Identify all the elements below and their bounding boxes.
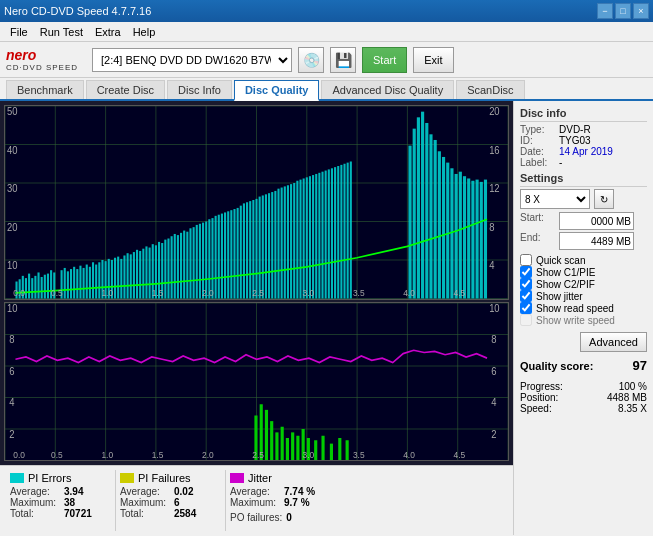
svg-rect-134 bbox=[408, 146, 411, 299]
svg-text:2.0: 2.0 bbox=[202, 288, 214, 298]
svg-rect-117 bbox=[299, 180, 301, 299]
menu-help[interactable]: Help bbox=[127, 24, 162, 40]
svg-rect-38 bbox=[47, 274, 49, 299]
svg-text:0.5: 0.5 bbox=[51, 288, 63, 298]
pi-errors-average-label: Average: bbox=[10, 486, 60, 497]
svg-rect-202 bbox=[314, 440, 317, 460]
drive-select[interactable]: [2:4] BENQ DVD DD DW1620 B7W9 bbox=[92, 48, 292, 72]
end-label: End: bbox=[520, 232, 555, 250]
svg-rect-113 bbox=[287, 185, 289, 298]
svg-rect-145 bbox=[455, 174, 458, 299]
svg-rect-61 bbox=[123, 255, 125, 298]
logo-top: nero bbox=[6, 47, 36, 63]
menu-file[interactable]: File bbox=[4, 24, 34, 40]
show-jitter-checkbox[interactable] bbox=[520, 290, 532, 302]
svg-rect-97 bbox=[237, 208, 239, 299]
jitter-color bbox=[230, 473, 244, 483]
tab-advanced-disc-quality[interactable]: Advanced Disc Quality bbox=[321, 80, 454, 99]
svg-rect-31 bbox=[25, 278, 27, 298]
end-input[interactable] bbox=[559, 232, 634, 250]
nero-logo: nero CD·DVD SPEED bbox=[6, 47, 78, 72]
svg-rect-199 bbox=[296, 435, 299, 460]
svg-rect-114 bbox=[290, 184, 292, 298]
svg-rect-119 bbox=[306, 177, 308, 298]
svg-rect-118 bbox=[303, 178, 305, 298]
show-read-speed-label: Show read speed bbox=[536, 303, 614, 314]
save-icon-button[interactable]: 💾 bbox=[330, 47, 356, 73]
title-bar-text: Nero CD-DVD Speed 4.7.7.16 bbox=[4, 5, 151, 17]
svg-rect-80 bbox=[183, 231, 185, 299]
disc-type-row: Type: DVD-R bbox=[520, 124, 647, 135]
svg-rect-99 bbox=[243, 203, 245, 298]
svg-rect-81 bbox=[186, 232, 188, 299]
close-button[interactable]: × bbox=[633, 3, 649, 19]
svg-text:10: 10 bbox=[489, 303, 500, 314]
quick-scan-checkbox[interactable] bbox=[520, 254, 532, 266]
svg-rect-78 bbox=[177, 235, 179, 298]
show-c2pif-checkbox[interactable] bbox=[520, 278, 532, 290]
menu-run-test[interactable]: Run Test bbox=[34, 24, 89, 40]
pi-errors-max-value: 38 bbox=[64, 497, 75, 508]
start-input[interactable] bbox=[559, 212, 634, 230]
jitter-average-label: Average: bbox=[230, 486, 280, 497]
disc-id-row: ID: TYG03 bbox=[520, 135, 647, 146]
jitter-average-value: 7.74 % bbox=[284, 486, 315, 497]
svg-text:6: 6 bbox=[9, 365, 14, 376]
svg-text:12: 12 bbox=[489, 183, 499, 194]
title-bar: Nero CD-DVD Speed 4.7.7.16 − □ × bbox=[0, 0, 653, 22]
svg-rect-63 bbox=[130, 254, 132, 298]
svg-rect-152 bbox=[484, 180, 487, 299]
svg-text:4.5: 4.5 bbox=[454, 288, 466, 298]
jitter-max-row: Maximum: 9.7 % bbox=[230, 497, 324, 508]
speed-row: Speed: 8.35 X bbox=[520, 403, 647, 414]
speed-label: Speed: bbox=[520, 403, 552, 414]
tab-create-disc[interactable]: Create Disc bbox=[86, 80, 165, 99]
svg-text:1.5: 1.5 bbox=[152, 288, 164, 298]
svg-text:50: 50 bbox=[7, 106, 18, 117]
disc-icon-button[interactable]: 💿 bbox=[298, 47, 324, 73]
svg-rect-115 bbox=[293, 183, 295, 299]
svg-text:1.0: 1.0 bbox=[101, 288, 113, 298]
svg-rect-59 bbox=[117, 257, 119, 299]
quick-scan-row: Quick scan bbox=[520, 254, 647, 266]
svg-text:1.5: 1.5 bbox=[152, 449, 164, 459]
exit-button[interactable]: Exit bbox=[413, 47, 453, 73]
svg-rect-138 bbox=[425, 123, 428, 299]
svg-rect-124 bbox=[321, 172, 323, 299]
svg-rect-42 bbox=[64, 268, 66, 299]
svg-rect-204 bbox=[330, 443, 333, 460]
po-failures-value: 0 bbox=[286, 512, 292, 523]
tab-scan-disc[interactable]: ScanDisc bbox=[456, 80, 524, 99]
tab-disc-info[interactable]: Disc Info bbox=[167, 80, 232, 99]
pi-failures-total-row: Total: 2584 bbox=[120, 508, 213, 519]
speed-select[interactable]: 8 X bbox=[520, 189, 590, 209]
svg-rect-94 bbox=[227, 211, 229, 298]
right-panel: Disc info Type: DVD-R ID: TYG03 Date: 14… bbox=[513, 101, 653, 535]
minimize-button[interactable]: − bbox=[597, 3, 613, 19]
jitter-chart: 10 8 6 4 2 10 8 6 4 2 bbox=[4, 302, 509, 462]
start-button[interactable]: Start bbox=[362, 47, 407, 73]
pi-errors-total-value: 70721 bbox=[64, 508, 92, 519]
tab-benchmark[interactable]: Benchmark bbox=[6, 80, 84, 99]
jitter-label: Jitter bbox=[248, 472, 272, 484]
advanced-button[interactable]: Advanced bbox=[580, 332, 647, 352]
svg-rect-52 bbox=[95, 265, 97, 299]
tab-disc-quality[interactable]: Disc Quality bbox=[234, 80, 320, 101]
quality-score-value: 97 bbox=[633, 358, 647, 373]
show-c1pie-checkbox[interactable] bbox=[520, 266, 532, 278]
svg-rect-77 bbox=[174, 234, 176, 299]
svg-text:4: 4 bbox=[491, 397, 497, 408]
svg-rect-120 bbox=[309, 176, 311, 298]
logo-bottom: CD·DVD SPEED bbox=[6, 63, 78, 72]
svg-text:0.0: 0.0 bbox=[13, 449, 25, 459]
svg-rect-65 bbox=[136, 250, 138, 299]
refresh-button[interactable]: ↻ bbox=[594, 189, 614, 209]
jitter-stats: Jitter Average: 7.74 % Maximum: 9.7 % PO… bbox=[226, 470, 336, 531]
menu-extra[interactable]: Extra bbox=[89, 24, 127, 40]
show-read-speed-checkbox[interactable] bbox=[520, 302, 532, 314]
svg-text:3.0: 3.0 bbox=[303, 288, 315, 298]
maximize-button[interactable]: □ bbox=[615, 3, 631, 19]
svg-rect-108 bbox=[271, 192, 273, 298]
start-row: Start: bbox=[520, 212, 647, 230]
svg-rect-37 bbox=[44, 275, 46, 299]
